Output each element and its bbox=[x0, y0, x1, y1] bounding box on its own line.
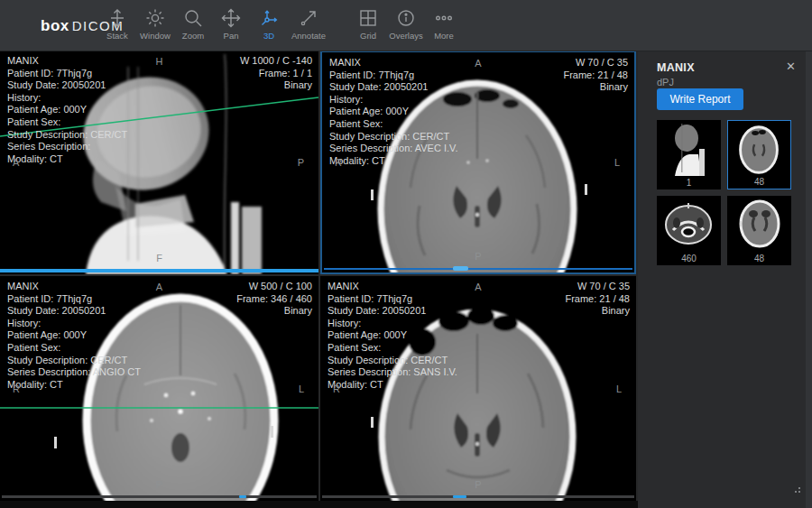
orientation-marker-bottom: P bbox=[156, 479, 162, 490]
frame-counter: Frame: 1 / 1 bbox=[240, 68, 312, 80]
study-panel: MANIX dPJ ✕ Write Report 1 bbox=[638, 51, 812, 508]
thumbnail-scout-image bbox=[657, 120, 721, 176]
orientation-marker-top: A bbox=[475, 58, 481, 69]
thumbnail-brain-image bbox=[727, 196, 791, 252]
tool-annotate[interactable]: Annotate bbox=[283, 8, 334, 41]
encoding-label: Binary bbox=[565, 305, 630, 318]
series-thumbnail-sans-iv[interactable]: 48 bbox=[727, 196, 791, 265]
orientation-marker-right: L bbox=[299, 383, 304, 394]
magnifier-icon bbox=[183, 8, 203, 28]
write-report-button[interactable]: Write Report bbox=[657, 88, 743, 110]
thumbnail-brain-image bbox=[728, 121, 790, 177]
info-line: Study Date: 20050201 bbox=[7, 79, 127, 92]
series-thumbnail-avec-iv[interactable]: 48 bbox=[727, 120, 791, 189]
series-thumbnail-list: 1 48 bbox=[657, 120, 792, 265]
orientation-marker-right: L bbox=[614, 157, 620, 168]
3d-axis-icon bbox=[259, 8, 279, 28]
info-line: Study Date: 20050201 bbox=[328, 305, 457, 318]
viewport-scout[interactable]: MANIX Patient ID: 7Thjq7g Study Date: 20… bbox=[0, 51, 318, 274]
scrollbar-thumb[interactable] bbox=[239, 495, 246, 498]
thumbnail-frame-count: 1 bbox=[657, 178, 721, 188]
scrollbar-thumb[interactable] bbox=[453, 495, 466, 498]
viewport-angio-ct[interactable]: MANIX Patient ID: 7Thjq7g Study Date: 20… bbox=[0, 276, 318, 501]
info-line: MANIX bbox=[328, 281, 457, 293]
scrollbar-thumb[interactable] bbox=[453, 266, 468, 271]
orientation-marker-left: R bbox=[335, 157, 342, 168]
info-line: History: bbox=[7, 92, 127, 105]
window-level-overlay: W 70 / C 35 Frame: 21 / 48 Binary bbox=[565, 281, 630, 318]
orientation-marker-left: A bbox=[13, 157, 19, 168]
stack-scrollbar[interactable] bbox=[0, 269, 318, 272]
panel-scrollbar[interactable] bbox=[806, 51, 812, 508]
encoding-label: Binary bbox=[240, 79, 312, 92]
info-line: Patient Sex: bbox=[328, 342, 457, 355]
dicom-viewer-app: boxDICOM Stack Window Zoom Pan 3D Annota… bbox=[0, 0, 812, 508]
orientation-marker-bottom: P bbox=[475, 251, 481, 262]
frame-counter: Frame: 346 / 460 bbox=[236, 293, 312, 306]
tool-label: Annotate bbox=[283, 31, 334, 41]
info-line: Modality: CT bbox=[329, 155, 457, 168]
thumbnail-frame-count: 460 bbox=[657, 254, 721, 263]
series-thumbnail-scout[interactable]: 1 bbox=[657, 120, 721, 189]
window-level: W 70 / C 35 bbox=[565, 281, 630, 293]
info-line: Series Description: AVEC I.V. bbox=[329, 143, 457, 155]
info-line: Modality: CT bbox=[7, 379, 141, 392]
window-level-overlay: W 1000 / C -140 Frame: 1 / 1 Binary bbox=[240, 55, 312, 92]
patient-info-overlay: MANIX Patient ID: 7Thjq7g Study Date: 20… bbox=[7, 281, 141, 391]
close-icon[interactable]: ✕ bbox=[786, 60, 796, 73]
stack-scrollbar[interactable] bbox=[324, 268, 632, 270]
info-line: Patient ID: 7Thjq7g bbox=[329, 69, 457, 82]
info-line: Study Description: CER/CT bbox=[329, 131, 457, 143]
info-line: Study Description: CER/CT bbox=[328, 355, 457, 367]
viewport-axial-sans-iv[interactable]: MANIX Patient ID: 7Thjq7g Study Date: 20… bbox=[320, 276, 636, 501]
info-line: Series Description: bbox=[7, 141, 127, 153]
info-line: Series Description: ANGIO CT bbox=[7, 366, 141, 379]
info-line: Study Description: CER/CT bbox=[7, 129, 127, 142]
viewport-grid: MANIX Patient ID: 7Thjq7g Study Date: 20… bbox=[0, 51, 638, 508]
annotate-arrow-icon bbox=[299, 8, 318, 28]
info-line: MANIX bbox=[7, 281, 141, 293]
encoding-label: Binary bbox=[236, 305, 312, 318]
info-line: History: bbox=[7, 318, 141, 330]
info-line: Study Description: CER/CT bbox=[7, 355, 141, 367]
info-line: Patient Age: 000Y bbox=[7, 104, 127, 116]
info-line: History: bbox=[329, 94, 457, 106]
resize-handle-icon[interactable] bbox=[793, 485, 800, 493]
info-line: Study Date: 20050201 bbox=[7, 305, 141, 318]
orientation-marker-bottom: P bbox=[475, 479, 481, 490]
orientation-marker-top: H bbox=[156, 56, 163, 67]
tool-more[interactable]: More bbox=[419, 8, 469, 41]
brightness-icon bbox=[145, 8, 165, 28]
orientation-marker-right: L bbox=[616, 383, 622, 394]
info-line: Patient Age: 000Y bbox=[328, 329, 457, 342]
window-level: W 70 / C 35 bbox=[563, 57, 628, 69]
stack-icon bbox=[107, 8, 127, 28]
window-level: W 500 / C 100 bbox=[236, 281, 312, 293]
info-line: Patient Age: 000Y bbox=[329, 106, 457, 118]
thumbnail-frame-count: 48 bbox=[728, 177, 790, 187]
orientation-marker-left: R bbox=[13, 383, 20, 394]
stack-scrollbar[interactable] bbox=[322, 495, 634, 498]
info-line: Modality: CT bbox=[7, 153, 127, 166]
thumbnail-frame-count: 48 bbox=[727, 254, 791, 263]
info-line: MANIX bbox=[7, 55, 127, 68]
info-line: Patient ID: 7Thjq7g bbox=[328, 293, 457, 306]
info-line: Modality: CT bbox=[328, 379, 457, 392]
more-dots-icon bbox=[434, 8, 454, 28]
series-thumbnail-angio[interactable]: 460 bbox=[657, 196, 721, 265]
encoding-label: Binary bbox=[563, 81, 628, 94]
info-line: MANIX bbox=[329, 57, 457, 69]
grid-icon bbox=[358, 8, 378, 28]
patient-info-overlay: MANIX Patient ID: 7Thjq7g Study Date: 20… bbox=[329, 57, 457, 167]
study-title: MANIX bbox=[657, 61, 695, 74]
info-line: Study Date: 20050201 bbox=[329, 81, 457, 94]
window-level: W 1000 / C -140 bbox=[240, 55, 312, 68]
info-line: Patient Age: 000Y bbox=[7, 329, 141, 342]
info-line: Patient Sex: bbox=[7, 342, 141, 355]
frame-counter: Frame: 21 / 48 bbox=[563, 69, 628, 82]
stack-scrollbar[interactable] bbox=[2, 495, 317, 498]
tool-label: More bbox=[419, 31, 469, 41]
bottom-gutter bbox=[0, 501, 638, 508]
info-line: Patient ID: 7Thjq7g bbox=[7, 293, 141, 306]
viewport-axial-avec-iv[interactable]: MANIX Patient ID: 7Thjq7g Study Date: 20… bbox=[320, 51, 636, 274]
